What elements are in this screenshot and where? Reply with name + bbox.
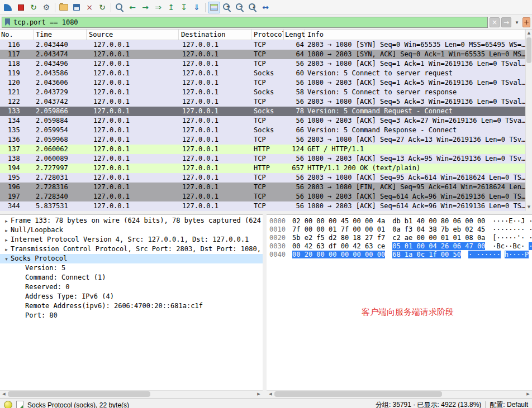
- zoom-in-button[interactable]: +: [221, 2, 233, 13]
- hex-bytes[interactable]: 02 00 00 00 45 00 00 4a: [292, 217, 385, 225]
- filter-apply-button[interactable]: →: [501, 17, 511, 27]
- packet-row[interactable]: 1342.059884127.0.0.1127.0.0.1TCP561080 →…: [0, 116, 525, 126]
- column-header-protocol[interactable]: Protocol: [251, 30, 284, 40]
- packet-row[interactable]: 1162.043440127.0.0.1127.0.0.1TCP642803 →…: [0, 40, 525, 50]
- start-capture-button[interactable]: [2, 2, 14, 13]
- resize-columns-button[interactable]: ↔: [259, 2, 272, 13]
- packet-row[interactable]: 1962.728316127.0.0.1127.0.0.1TCP562803 →…: [0, 183, 525, 192]
- hex-line[interactable]: 004000 20 00 00 00 00 00 0068 1a 0c 1f 0…: [269, 251, 532, 259]
- packet-row[interactable]: 1222.043742127.0.0.1127.0.0.1TCP562803 →…: [0, 97, 525, 107]
- detail-line[interactable]: Remote Address(ipv6): 2606:4700:20::681a…: [0, 301, 263, 311]
- hex-bytes[interactable]: 68 1a 0c 1f 00 50: [392, 251, 461, 258]
- filter-add-button[interactable]: +: [522, 17, 530, 27]
- packet-row[interactable]: 1972.728340127.0.0.1127.0.0.1TCP561080 →…: [0, 192, 525, 201]
- column-header-length[interactable]: Length: [284, 30, 305, 40]
- collapse-icon[interactable]: ▾: [2, 255, 11, 264]
- packet-list-scrollbar[interactable]: ▲ ▼: [525, 30, 532, 211]
- detail-line[interactable]: Version: 5: [0, 263, 263, 273]
- go-last-button[interactable]: ↧: [178, 2, 190, 13]
- go-to-packet-button[interactable]: ⇒: [152, 2, 164, 13]
- packet-row[interactable]: 1372.060062127.0.0.1127.0.0.1HTTP124GET …: [0, 145, 525, 154]
- column-header-no[interactable]: No.: [0, 30, 34, 40]
- packet-row[interactable]: 1192.043586127.0.0.1127.0.0.1Socks60Vers…: [0, 69, 525, 78]
- detail-line[interactable]: ▾Socks Protocol: [0, 254, 263, 263]
- scroll-right-icon[interactable]: ▶: [524, 391, 532, 398]
- detail-line[interactable]: Address Type: IPv6 (4): [0, 292, 263, 301]
- zoom-reset-button[interactable]: 1: [246, 2, 259, 13]
- save-file-button[interactable]: [70, 2, 83, 13]
- column-header-info[interactable]: Info: [305, 30, 525, 40]
- hex-line[interactable]: 00107f 00 00 01 7f 00 00 010a f3 04 38 7…: [269, 225, 532, 234]
- hex-line[interactable]: 000002 00 00 00 45 00 00 4adb b1 40 00 8…: [269, 217, 532, 225]
- hex-line[interactable]: 003000 42 63 df 00 42 63 ce05 01 00 04 2…: [269, 242, 532, 251]
- detail-line[interactable]: ▸Internet Protocol Version 4, Src: 127.0…: [0, 235, 263, 244]
- expert-info-icon[interactable]: [4, 401, 12, 408]
- hex-ascii[interactable]: h····P: [505, 251, 529, 258]
- auto-scroll-button[interactable]: ⇓: [191, 2, 203, 13]
- packet-row[interactable]: 1212.043729127.0.0.1127.0.0.1Socks58Vers…: [0, 88, 525, 97]
- stop-capture-button[interactable]: [15, 2, 27, 13]
- close-file-button[interactable]: ×: [83, 2, 96, 13]
- column-header-source[interactable]: Source: [87, 30, 179, 40]
- scroll-left-icon[interactable]: ◀: [0, 391, 8, 398]
- open-file-button[interactable]: [58, 2, 70, 13]
- restart-capture-button[interactable]: ↻: [27, 2, 40, 13]
- filter-dropdown-button[interactable]: ▾: [513, 17, 521, 27]
- go-forward-button[interactable]: →: [139, 2, 151, 13]
- vertical-splitter[interactable]: [263, 214, 267, 398]
- scrollbar-thumb[interactable]: [274, 391, 442, 397]
- scrollbar-thumb[interactable]: [8, 391, 150, 397]
- hex-ascii[interactable]: [·····'·: [492, 234, 525, 242]
- scroll-down-icon[interactable]: ▼: [526, 204, 532, 211]
- packet-row[interactable]: 1362.059968127.0.0.1127.0.0.1TCP562803 →…: [0, 135, 525, 145]
- hex-bytes[interactable]: 5b e2 f5 d2 80 18 27 f7: [292, 234, 385, 242]
- scroll-up-icon[interactable]: ▲: [526, 30, 532, 37]
- go-back-button[interactable]: ←: [126, 2, 139, 13]
- scroll-right-icon[interactable]: ▶: [255, 391, 263, 398]
- bytes-hscrollbar[interactable]: ◀ ▶: [267, 390, 532, 398]
- hex-line[interactable]: 00205b e2 f5 d2 80 18 27 f7c2 ae 00 00 0…: [269, 234, 532, 242]
- scrollbar-thumb[interactable]: [526, 37, 531, 63]
- capture-options-button[interactable]: ⚙: [40, 2, 53, 13]
- hex-bytes[interactable]: db b1 40 00 80 06 00 00: [392, 217, 485, 225]
- column-header-destination[interactable]: Destination: [179, 30, 251, 40]
- capture-comment-icon[interactable]: [16, 401, 23, 408]
- packet-row[interactable]: 1382.060089127.0.0.1127.0.0.1TCP561080 →…: [0, 154, 525, 164]
- column-header-time[interactable]: Time: [34, 30, 87, 40]
- hex-bytes[interactable]: 05 01 00 04 26 06 47 00: [392, 242, 485, 250]
- filter-clear-button[interactable]: ×: [490, 17, 500, 27]
- colorize-button[interactable]: [208, 2, 220, 13]
- expand-icon[interactable]: ▸: [2, 245, 11, 255]
- expand-icon[interactable]: ▸: [2, 236, 11, 245]
- detail-hscrollbar[interactable]: ◀ ▶: [0, 390, 263, 398]
- detail-line[interactable]: Reserved: 0: [0, 282, 263, 292]
- find-packet-button[interactable]: [113, 2, 126, 13]
- hex-ascii[interactable]: ··@·····: [529, 217, 532, 225]
- scroll-left-icon[interactable]: ◀: [267, 391, 274, 398]
- detail-line[interactable]: Port: 80: [0, 311, 263, 320]
- hex-ascii[interactable]: · ······: [468, 251, 501, 258]
- packet-row[interactable]: 1202.043606127.0.0.1127.0.0.1TCP561080 →…: [0, 78, 525, 88]
- hex-ascii[interactable]: ····&·G·: [529, 242, 532, 250]
- expand-icon[interactable]: ▸: [2, 226, 11, 236]
- zoom-out-button[interactable]: −: [234, 2, 246, 13]
- packet-row[interactable]: 1952.728031127.0.0.1127.0.0.1TCP562803 →…: [0, 173, 525, 183]
- status-profile[interactable]: 配置: Default: [490, 400, 528, 408]
- packet-row[interactable]: 1172.043474127.0.0.1127.0.0.1TCP641080 →…: [0, 50, 525, 59]
- expand-icon[interactable]: ▸: [2, 217, 11, 226]
- hex-ascii[interactable]: ···8{··E: [529, 225, 532, 233]
- packet-row[interactable]: 1942.727997127.0.0.1127.0.0.1HTTP657HTTP…: [0, 164, 525, 173]
- scrollbar-track[interactable]: [274, 391, 524, 398]
- detail-line[interactable]: Command: Connect (1): [0, 273, 263, 282]
- hex-bytes[interactable]: 7f 00 00 01 7f 00 00 01: [292, 225, 385, 233]
- display-filter-input[interactable]: tcp.port == 1080: [2, 17, 488, 28]
- packet-row[interactable]: 3445.837531127.0.0.1127.0.0.1TCP561080 →…: [0, 201, 525, 211]
- packet-row[interactable]: 1332.059866127.0.0.1127.0.0.1Socks78Vers…: [0, 107, 525, 116]
- hex-bytes[interactable]: 00 42 63 df 00 42 63 ce: [292, 242, 385, 250]
- scrollbar-track[interactable]: [8, 391, 255, 398]
- hex-ascii[interactable]: ········: [529, 234, 532, 242]
- detail-line[interactable]: ▸Transmission Control Protocol, Src Port…: [0, 244, 263, 254]
- hex-bytes[interactable]: 00 20 00 00 00 00 00 00: [292, 251, 385, 258]
- hex-bytes[interactable]: 0a f3 04 38 7b eb 02 45: [392, 225, 485, 233]
- hex-ascii[interactable]: ········: [492, 225, 525, 233]
